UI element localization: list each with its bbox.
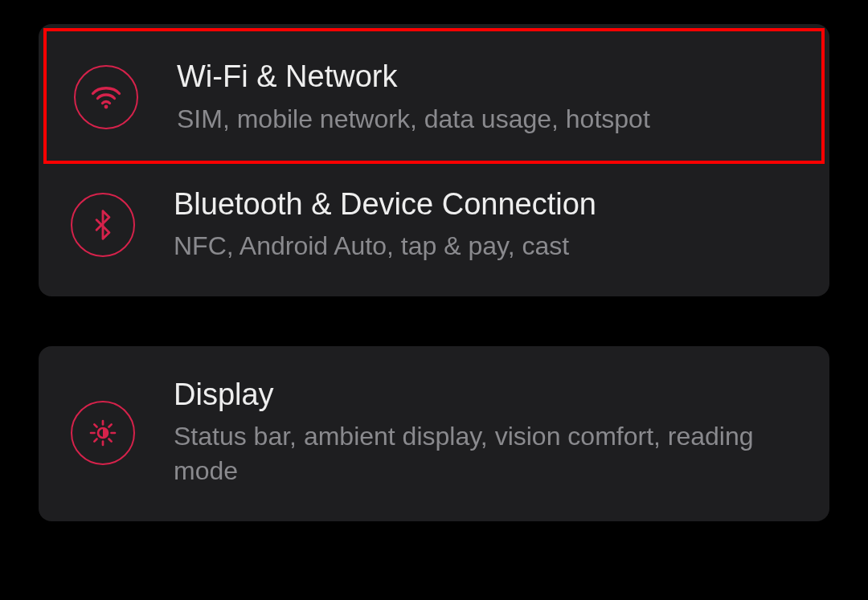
wifi-icon xyxy=(74,65,138,129)
settings-item-text: Display Status bar, ambient display, vis… xyxy=(174,377,797,489)
svg-line-9 xyxy=(109,424,112,427)
svg-line-7 xyxy=(109,439,112,441)
settings-item-bluetooth[interactable]: Bluetooth & Device Connection NFC, Andro… xyxy=(39,164,829,288)
settings-item-wifi-network[interactable]: Wi-Fi & Network SIM, mobile network, dat… xyxy=(43,28,825,164)
svg-line-8 xyxy=(94,439,96,441)
settings-item-subtitle: SIM, mobile network, data usage, hotspot xyxy=(177,102,650,137)
settings-item-title: Wi-Fi & Network xyxy=(177,59,650,96)
settings-item-text: Bluetooth & Device Connection NFC, Andro… xyxy=(174,186,596,264)
settings-item-title: Display xyxy=(174,377,797,414)
settings-item-subtitle: NFC, Android Auto, tap & pay, cast xyxy=(174,229,596,263)
settings-item-title: Bluetooth & Device Connection xyxy=(174,186,596,223)
settings-item-subtitle: Status bar, ambient display, vision comf… xyxy=(174,419,797,488)
settings-group-2: Display Status bar, ambient display, vis… xyxy=(39,346,829,521)
settings-item-text: Wi-Fi & Network SIM, mobile network, dat… xyxy=(177,59,650,137)
svg-point-0 xyxy=(104,105,108,109)
bluetooth-icon xyxy=(71,193,135,257)
settings-group-1: Wi-Fi & Network SIM, mobile network, dat… xyxy=(39,24,829,296)
brightness-icon xyxy=(71,401,135,465)
settings-item-display[interactable]: Display Status bar, ambient display, vis… xyxy=(39,354,829,513)
svg-line-6 xyxy=(94,424,96,427)
